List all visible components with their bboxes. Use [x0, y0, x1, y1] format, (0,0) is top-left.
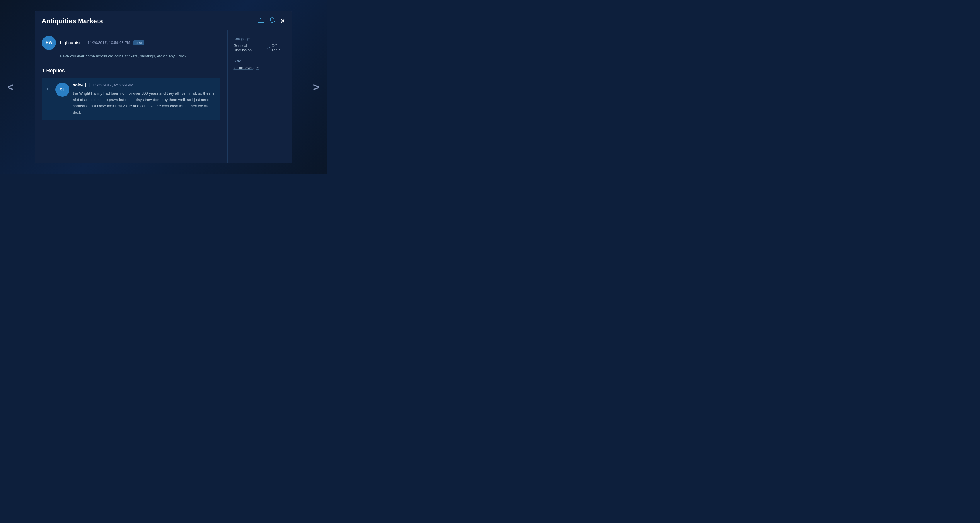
- modal-title: Antiquities Markets: [42, 17, 103, 25]
- prev-arrow[interactable]: <: [5, 78, 16, 96]
- meta-separator: |: [83, 40, 85, 45]
- category-parent-link[interactable]: General Discussion: [234, 43, 266, 52]
- reply-body: solo4jj | 11/22/2017, 6:53:29 PM the Wri…: [73, 83, 216, 116]
- post-author-avatar: HG: [42, 36, 56, 50]
- modal-body: HG highcubist | 11/20/2017, 10:59:03 PM …: [35, 30, 292, 163]
- post-author-username: highcubist: [60, 40, 81, 45]
- modal-main-content: HG highcubist | 11/20/2017, 10:59:03 PM …: [35, 30, 228, 163]
- folder-icon[interactable]: [258, 17, 264, 24]
- reply-author-avatar: SL: [56, 83, 70, 97]
- site-value[interactable]: forum_avenger: [234, 66, 286, 70]
- post-text: Have you ever come across old coins, tri…: [60, 53, 220, 59]
- reply-number: 1: [46, 83, 52, 116]
- site-label: Site:: [234, 59, 286, 63]
- modal-container: Antiquities Markets ✕: [35, 11, 293, 164]
- reply-text: the Wright Family had been rich for over…: [73, 90, 216, 116]
- category-label: Category:: [234, 37, 286, 41]
- reply-meta-separator: |: [89, 83, 90, 87]
- reply-timestamp: 11/22/2017, 6:53:29 PM: [93, 83, 134, 87]
- modal-sidebar: Category: General Discussion > Off Topic…: [228, 30, 292, 163]
- reply-author-username: solo4jj: [73, 83, 86, 87]
- bell-icon[interactable]: [269, 17, 275, 25]
- reply-item: 1 SL solo4jj | 11/22/2017, 6:53:29 PM th…: [42, 78, 220, 120]
- close-icon[interactable]: ✕: [280, 17, 285, 25]
- category-current[interactable]: Off Topic: [272, 43, 286, 52]
- post-timestamp: 11/20/2017, 10:59:03 PM: [88, 40, 130, 45]
- original-post-header: HG highcubist | 11/20/2017, 10:59:03 PM …: [42, 36, 220, 50]
- category-chevron: >: [267, 45, 270, 50]
- modal-header: Antiquities Markets ✕: [35, 11, 292, 30]
- category-path: General Discussion > Off Topic: [234, 43, 286, 52]
- reply-meta: solo4jj | 11/22/2017, 6:53:29 PM: [73, 83, 216, 87]
- post-type-badge: post: [133, 40, 144, 45]
- post-meta: highcubist | 11/20/2017, 10:59:03 PM pos…: [60, 40, 144, 45]
- modal-header-icons: ✕: [258, 17, 285, 25]
- replies-heading: 1 Replies: [42, 65, 220, 74]
- next-arrow[interactable]: >: [310, 78, 322, 96]
